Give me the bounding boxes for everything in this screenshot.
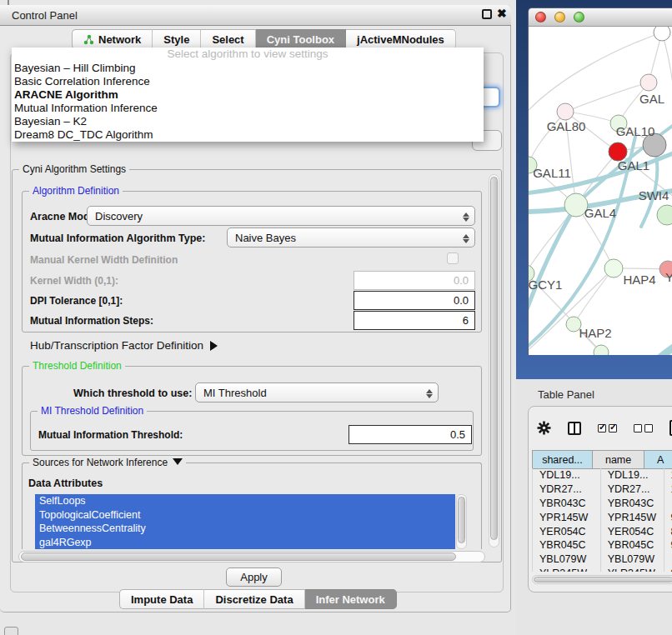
kernel-width-value: 0.0 bbox=[454, 274, 469, 287]
table-cell[interactable]: YBL079W bbox=[600, 552, 664, 567]
network-node-hap4[interactable] bbox=[604, 259, 623, 278]
network-node-node-green-right[interactable] bbox=[657, 205, 672, 225]
column-header-name[interactable]: name bbox=[592, 451, 644, 469]
tab-impute-data[interactable]: Impute Data bbox=[119, 589, 204, 609]
mi-threshold-field[interactable]: 0.5 bbox=[349, 425, 472, 444]
table-cell[interactable]: 13 bbox=[664, 468, 672, 482]
network-node-gal80[interactable] bbox=[557, 103, 574, 120]
which-threshold-select[interactable]: MI Threshold bbox=[195, 382, 439, 402]
table-cell[interactable]: YBR043C bbox=[533, 497, 601, 511]
table-hscrollbar[interactable] bbox=[532, 575, 672, 584]
table-row[interactable]: YER054CYER054C8. bbox=[533, 524, 672, 538]
node-label: GAL10 bbox=[616, 124, 655, 138]
kernel-width-field[interactable]: 0.0 bbox=[354, 271, 475, 290]
table-row[interactable]: YPR145WYPR145W9. bbox=[533, 510, 672, 524]
dropdown-placeholder: Select algorithm to view settings bbox=[12, 48, 484, 62]
tab-label: Cyni Toolbox bbox=[267, 33, 334, 46]
stepper-icon bbox=[462, 210, 469, 223]
float-panel-icon[interactable] bbox=[482, 9, 492, 19]
settings-scrollbar[interactable] bbox=[489, 174, 499, 548]
table-cell[interactable]: YPR145W bbox=[600, 510, 664, 524]
tab-jactivemnodules[interactable]: jActiveMNodules bbox=[346, 29, 456, 49]
tab-label: jActiveMNodules bbox=[357, 33, 444, 46]
data-attribute-item[interactable]: TopologicalCoefficient bbox=[35, 508, 455, 522]
table-cell[interactable]: YDL19... bbox=[533, 468, 601, 482]
table-cell[interactable]: YPR145W bbox=[533, 510, 601, 524]
table-row[interactable]: YDL19...YDL19...13 bbox=[533, 468, 672, 482]
dropdown-item[interactable]: ARACNE Algorithm bbox=[12, 88, 484, 102]
collapsed-arrow-icon bbox=[210, 341, 218, 351]
mi-type-select[interactable]: Naive Bayes bbox=[227, 228, 475, 248]
table-cell[interactable]: YBR045C bbox=[533, 538, 601, 552]
table-cell[interactable]: YDR27... bbox=[600, 482, 664, 497]
corner-button-fragment[interactable] bbox=[4, 627, 18, 635]
tab-cyni-toolbox[interactable]: Cyni Toolbox bbox=[256, 29, 346, 49]
tab-infer-network[interactable]: Infer Network bbox=[305, 589, 397, 609]
table-panel-box: shared... name A YDL19...YDL19...13YDR27… bbox=[528, 406, 672, 592]
network-canvas[interactable]: GALGAL80GAL10GAL1GAL11SWI4GAL4GCY1HAP4YH… bbox=[529, 27, 672, 355]
close-icon[interactable]: ✖ bbox=[497, 7, 507, 20]
table-cell[interactable]: 12 bbox=[664, 482, 672, 497]
unselect-all-columns-icon[interactable] bbox=[634, 424, 653, 432]
table-row[interactable]: YBR043CYBR043C bbox=[533, 497, 672, 511]
minimize-window-icon[interactable] bbox=[554, 12, 565, 22]
table-cell[interactable]: YBR043C bbox=[600, 497, 664, 511]
manual-kernel-checkbox[interactable] bbox=[447, 252, 459, 264]
table-cell[interactable]: YER054C bbox=[600, 524, 664, 538]
table-cell[interactable] bbox=[664, 497, 672, 511]
tab-select[interactable]: Select bbox=[201, 29, 255, 49]
network-node-node-pink-top[interactable] bbox=[640, 74, 657, 91]
sources-title[interactable]: Sources for Network Inference bbox=[29, 457, 186, 468]
data-attribute-item[interactable]: gal4RGexp bbox=[35, 536, 455, 550]
table-cell[interactable]: 9. bbox=[664, 510, 672, 524]
table-row[interactable]: YDR27...YDR27...12 bbox=[533, 482, 672, 497]
data-attributes-list[interactable]: SelfLoopsTopologicalCoefficientBetweenne… bbox=[35, 494, 455, 549]
table-row[interactable]: YBR045CYBR045C9. bbox=[533, 538, 672, 552]
dpi-tolerance-value: 0.0 bbox=[454, 294, 469, 307]
table-cell[interactable]: YLR345W bbox=[600, 567, 664, 572]
dropdown-item[interactable]: Dream8 DC_TDC Algorithm bbox=[12, 128, 484, 142]
select-all-columns-icon[interactable] bbox=[598, 424, 617, 432]
tab-label: Network bbox=[98, 33, 141, 46]
network-window-titlebar[interactable] bbox=[529, 8, 672, 27]
split-columns-icon[interactable] bbox=[568, 422, 581, 435]
tab-network[interactable]: Network bbox=[72, 29, 153, 49]
gear-icon[interactable] bbox=[537, 421, 551, 435]
zoom-window-icon[interactable] bbox=[574, 12, 584, 22]
table-cell[interactable]: 9. bbox=[664, 567, 672, 572]
dpi-tolerance-field[interactable]: 0.0 bbox=[354, 291, 475, 310]
table-row[interactable]: YLR345WYLR345W9. bbox=[533, 567, 672, 572]
network-node-node-top-white[interactable] bbox=[654, 27, 670, 41]
table-row[interactable]: YBL079WYBL079W bbox=[533, 552, 672, 567]
dropdown-item[interactable]: Bayesian – K2 bbox=[12, 115, 484, 128]
dropdown-item[interactable]: Bayesian – Hill Climbing bbox=[12, 62, 484, 75]
list-scrollbar[interactable] bbox=[456, 494, 467, 549]
aracne-mode-select[interactable]: Discovery bbox=[87, 206, 475, 226]
dropdown-item[interactable]: Basic Correlation Inference bbox=[12, 75, 484, 88]
tab-discretize-data[interactable]: Discretize Data bbox=[204, 589, 304, 609]
hub-definition-toggle[interactable]: Hub/Transcription Factor Definition bbox=[30, 339, 218, 352]
table-cell[interactable] bbox=[664, 552, 672, 567]
data-attribute-item[interactable]: BetweennessCentrality bbox=[35, 522, 455, 536]
column-header-partial[interactable]: A bbox=[644, 451, 672, 469]
table-cell[interactable]: YDR27... bbox=[533, 482, 601, 497]
node-label: HAP2 bbox=[579, 326, 611, 340]
data-attribute-item[interactable]: SelfLoops bbox=[35, 494, 455, 508]
table-cell[interactable]: YER054C bbox=[533, 524, 601, 538]
dropdown-item[interactable]: Mutual Information Inference bbox=[12, 102, 484, 115]
apply-button[interactable]: Apply bbox=[226, 568, 282, 587]
node-table-rows[interactable]: YDL19...YDL19...13YDR27...YDR27...12YBR0… bbox=[532, 468, 672, 572]
mi-steps-label: Mutual Information Steps: bbox=[30, 315, 153, 327]
table-cell[interactable]: 9. bbox=[664, 538, 672, 552]
table-cell[interactable]: YDL19... bbox=[600, 468, 664, 482]
mi-steps-field[interactable]: 6 bbox=[354, 311, 475, 330]
column-header-shared-name[interactable]: shared... bbox=[533, 451, 593, 469]
tab-label: Infer Network bbox=[316, 593, 385, 606]
table-cell[interactable]: 8. bbox=[664, 524, 672, 538]
settings-hscrollbar[interactable] bbox=[18, 551, 485, 562]
tab-style[interactable]: Style bbox=[153, 29, 201, 49]
table-cell[interactable]: YBL079W bbox=[533, 552, 601, 567]
table-cell[interactable]: YLR345W bbox=[533, 567, 601, 572]
close-window-icon[interactable] bbox=[535, 12, 546, 22]
table-cell[interactable]: YBR045C bbox=[600, 538, 664, 552]
